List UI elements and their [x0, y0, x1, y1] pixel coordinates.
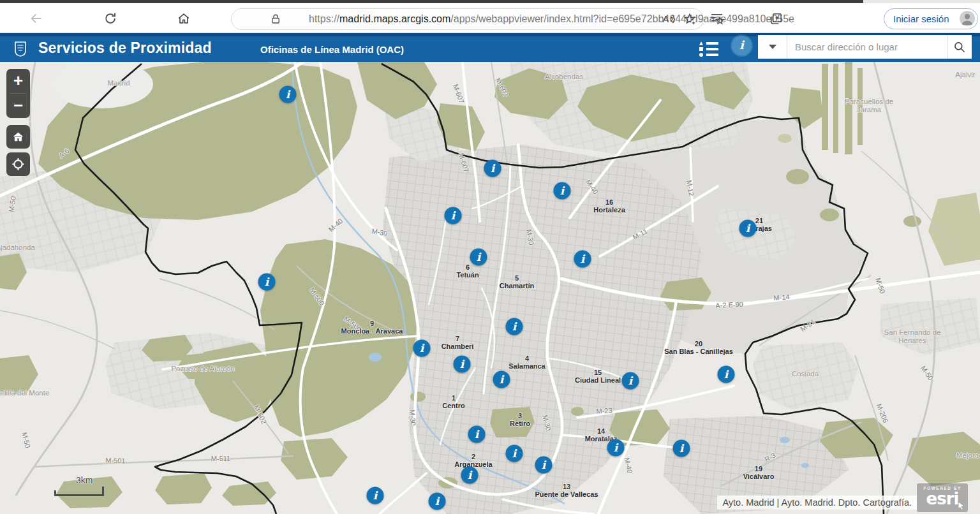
chevron-down-icon: [769, 45, 776, 49]
place-label: Boadilla del Monte: [0, 389, 49, 397]
oac-office-marker[interactable]: i: [535, 457, 553, 474]
place-label: Paracuellos deJarama: [845, 98, 893, 114]
back-icon[interactable]: [28, 10, 45, 27]
oac-office-marker[interactable]: i: [454, 356, 471, 373]
map-labels-layer: MadridAlcobendasAjalvirParacuellos deJar…: [0, 62, 980, 514]
road-label: M-511: [211, 455, 230, 462]
place-label: Alcobendas: [545, 73, 583, 81]
place-label: San Fernando deHenares: [884, 328, 941, 345]
zoom-controls: + −: [6, 69, 30, 118]
map-attribution: Ayto. Madrid | Ayto. Madrid. Dpto. Carto…: [717, 496, 917, 510]
road-label: R-3: [763, 452, 776, 464]
default-extent-button[interactable]: [6, 125, 30, 149]
info-marker-icon: i: [746, 223, 750, 234]
info-marker-icon: i: [435, 496, 439, 507]
info-marker-icon: i: [628, 376, 632, 386]
info-marker-icon: i: [420, 343, 424, 354]
favorites-bar-icon[interactable]: [708, 10, 725, 27]
district-label: 20San Blas - Canillejas: [664, 340, 733, 355]
oac-office-marker[interactable]: i: [718, 366, 735, 383]
info-marker-icon: i: [500, 374, 503, 385]
scale-bar: 3km: [54, 475, 104, 496]
road-label: M-607: [452, 83, 466, 104]
road-label: M-23: [596, 406, 612, 415]
oac-office-marker[interactable]: i: [622, 372, 639, 390]
road-label: M-50: [7, 196, 17, 213]
search-source-dropdown[interactable]: [758, 35, 787, 59]
avatar: [960, 11, 975, 26]
oac-office-marker[interactable]: i: [493, 371, 510, 388]
road-label: M-50: [874, 277, 886, 295]
road-label: M-14: [773, 293, 790, 302]
oac-office-marker[interactable]: i: [607, 439, 625, 457]
road-label: A-2 E-90: [715, 300, 743, 309]
home-extent-icon: [12, 131, 24, 143]
info-marker-icon: i: [265, 277, 269, 288]
info-marker-icon: i: [491, 163, 494, 174]
lock-icon[interactable]: [267, 11, 284, 27]
my-location-button[interactable]: [6, 152, 30, 176]
sign-in-label: Iniciar sesión: [893, 13, 949, 24]
oac-office-marker[interactable]: i: [673, 440, 690, 457]
district-label: 5Chamartín: [500, 274, 534, 290]
collections-icon[interactable]: [768, 10, 784, 27]
info-marker-icon: i: [460, 359, 464, 370]
oac-office-marker[interactable]: i: [739, 220, 757, 237]
zoom-in-button[interactable]: +: [6, 69, 30, 93]
oac-office-marker[interactable]: i: [506, 445, 523, 462]
road-label: M-206: [875, 402, 890, 423]
district-label: 7Chamberí: [442, 335, 474, 350]
zoom-out-button[interactable]: −: [6, 94, 30, 118]
place-label: Majadahonda: [0, 244, 35, 252]
address-bar[interactable]: https://madrid.maps.arcgis.com/apps/weba…: [231, 8, 704, 30]
road-label: M-30: [525, 229, 535, 246]
info-button[interactable]: i: [732, 36, 752, 55]
oac-office-marker[interactable]: i: [413, 340, 431, 357]
district-label: 19Vicálvaro: [743, 465, 775, 480]
oac-office-marker[interactable]: i: [574, 251, 591, 268]
oac-office-marker[interactable]: i: [445, 207, 462, 224]
road-label: M-11: [631, 227, 648, 241]
road-label: M-30: [541, 414, 553, 431]
oac-office-marker[interactable]: i: [484, 160, 501, 177]
oac-office-marker[interactable]: i: [506, 318, 523, 335]
road-label: M-603: [494, 77, 510, 98]
oac-office-marker[interactable]: i: [429, 493, 446, 510]
url-path: /apps/webappviewer/index.html?id=e695e72…: [450, 13, 794, 24]
district-label: 15Ciudad Lineal: [575, 369, 621, 384]
info-marker-icon: i: [286, 89, 290, 100]
info-marker-icon: i: [512, 321, 516, 332]
oac-office-marker[interactable]: i: [461, 467, 479, 484]
oac-office-marker[interactable]: i: [468, 426, 486, 443]
refresh-icon[interactable]: [102, 10, 119, 27]
district-label: 4Salamanca: [509, 355, 545, 370]
info-marker-icon: i: [614, 443, 618, 453]
search-button[interactable]: [947, 35, 972, 59]
road-label: M-607: [457, 152, 470, 173]
oac-office-marker[interactable]: i: [367, 487, 384, 504]
url-scheme: https://: [309, 13, 339, 24]
oac-office-marker[interactable]: i: [470, 249, 487, 266]
info-marker-icon: i: [724, 369, 728, 380]
district-label: 1Centro: [442, 394, 464, 409]
map-canvas[interactable]: MadridAlcobendasAjalvirParacuellos deJar…: [0, 62, 980, 514]
oac-office-marker[interactable]: i: [279, 86, 297, 103]
sign-in-button[interactable]: Iniciar sesión: [884, 8, 978, 29]
legend-button[interactable]: [699, 40, 720, 58]
district-label: 9Moncloa - Aravaca: [341, 319, 403, 335]
place-label: Madrid: [107, 79, 130, 87]
oac-office-marker[interactable]: i: [554, 182, 571, 200]
district-label: 6Tetuán: [456, 263, 479, 279]
info-marker-icon: i: [560, 186, 564, 196]
add-favorite-icon[interactable]: [681, 11, 698, 27]
info-marker-icon: i: [581, 254, 584, 265]
road-label: M-21: [799, 318, 816, 333]
oac-office-marker[interactable]: i: [258, 274, 276, 291]
info-marker-icon: i: [679, 443, 683, 454]
search-widget: [758, 35, 972, 59]
locate-icon: [11, 158, 25, 171]
road-label: M-40: [327, 217, 345, 233]
home-icon[interactable]: [175, 10, 192, 27]
read-aloud-icon[interactable]: A: [660, 11, 677, 27]
search-input[interactable]: [787, 35, 947, 59]
